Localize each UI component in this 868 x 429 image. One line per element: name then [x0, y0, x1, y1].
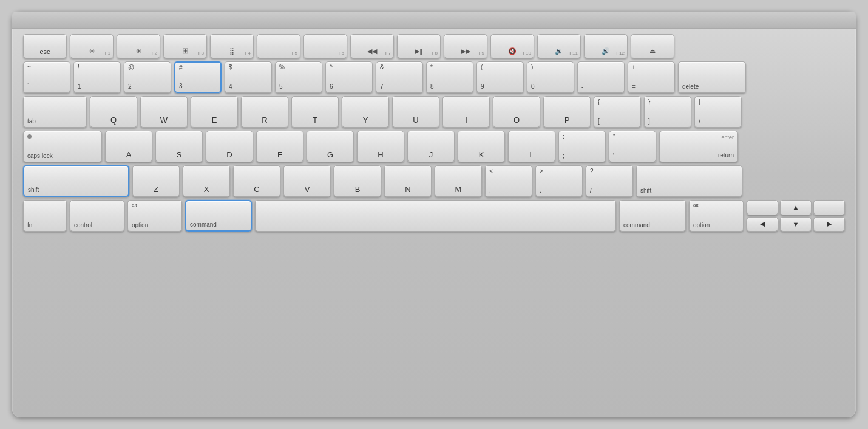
key-c[interactable]: C: [233, 165, 280, 197]
key-slash[interactable]: ? /: [586, 165, 633, 197]
key-quote[interactable]: " ': [609, 131, 656, 162]
key-f5[interactable]: F5: [257, 34, 300, 58]
key-f8[interactable]: ▶‖ F8: [397, 34, 441, 58]
key-m[interactable]: M: [435, 165, 482, 197]
key-h[interactable]: H: [357, 131, 404, 162]
key-f3[interactable]: ⊞ F3: [163, 34, 207, 58]
key-0[interactable]: ) 0: [527, 61, 574, 93]
key-n[interactable]: N: [384, 165, 432, 197]
key-i[interactable]: I: [442, 96, 490, 128]
key-b[interactable]: B: [334, 165, 381, 197]
key-t[interactable]: T: [291, 96, 339, 128]
key-f10[interactable]: 🔇 F10: [490, 34, 534, 58]
key-9[interactable]: ( 9: [476, 61, 524, 93]
key-a[interactable]: A: [105, 131, 152, 162]
arrow-keys: ▲ ◀ ▼ ▶: [747, 200, 845, 232]
key-e[interactable]: E: [191, 96, 238, 128]
key-f6[interactable]: F6: [303, 34, 347, 58]
key-u[interactable]: U: [392, 96, 439, 128]
arrow-top-row: ▲: [747, 200, 845, 215]
key-enter[interactable]: enter return: [659, 131, 738, 162]
key-3[interactable]: # 3: [174, 61, 222, 93]
keyboard-top-bar: [12, 12, 856, 29]
key-command-left[interactable]: command: [185, 200, 252, 232]
key-f9[interactable]: ▶▶ F9: [444, 34, 487, 58]
key-backtick[interactable]: ~ `: [23, 61, 70, 93]
key-shift-right[interactable]: shift: [636, 165, 742, 197]
key-g[interactable]: G: [307, 131, 354, 162]
key-tab[interactable]: tab: [23, 96, 87, 128]
key-bracket-close[interactable]: } ]: [644, 96, 691, 128]
key-period[interactable]: > .: [535, 165, 583, 197]
key-2[interactable]: @ 2: [124, 61, 171, 93]
key-f4[interactable]: ⣿ F4: [210, 34, 254, 58]
key-f2[interactable]: ✳ F2: [117, 34, 160, 58]
key-l[interactable]: L: [508, 131, 555, 162]
key-f1[interactable]: ✳ F1: [70, 34, 114, 58]
key-comma[interactable]: < ,: [485, 165, 532, 197]
key-control[interactable]: control: [70, 200, 124, 232]
key-f11[interactable]: 🔉 F11: [537, 34, 581, 58]
key-w[interactable]: W: [140, 96, 188, 128]
caps-row: caps lock A S D F G H J K L : ;: [23, 131, 845, 162]
key-option-left[interactable]: alt option: [127, 200, 182, 232]
key-f12[interactable]: 🔊 F12: [584, 34, 628, 58]
key-arrow-left-space: [747, 200, 778, 215]
key-q[interactable]: Q: [90, 96, 137, 128]
key-6[interactable]: ^ 6: [325, 61, 373, 93]
key-s[interactable]: S: [155, 131, 203, 162]
key-y[interactable]: Y: [342, 96, 389, 128]
key-eject[interactable]: ⏏: [631, 34, 674, 58]
key-d[interactable]: D: [206, 131, 253, 162]
key-x[interactable]: X: [183, 165, 230, 197]
key-7[interactable]: & 7: [376, 61, 423, 93]
tab-row: tab Q W E R T Y U I O P: [23, 96, 845, 128]
key-8[interactable]: * 8: [426, 61, 473, 93]
key-p[interactable]: P: [543, 96, 591, 128]
key-j[interactable]: J: [407, 131, 455, 162]
key-shift-left[interactable]: shift: [23, 165, 129, 197]
key-space[interactable]: [255, 200, 616, 232]
key-semicolon[interactable]: : ;: [558, 131, 606, 162]
key-delete[interactable]: delete: [678, 61, 746, 93]
key-backslash[interactable]: | \: [694, 96, 742, 128]
key-fn[interactable]: fn: [23, 200, 67, 232]
key-esc[interactable]: esc: [23, 34, 67, 58]
key-o[interactable]: O: [493, 96, 540, 128]
bottom-row: fn control alt option command command al…: [23, 200, 845, 232]
key-equals[interactable]: + =: [628, 61, 675, 93]
key-option-right[interactable]: alt option: [689, 200, 744, 232]
arrow-bottom-row: ◀ ▼ ▶: [747, 217, 845, 232]
key-arrow-down[interactable]: ▼: [780, 217, 812, 232]
key-command-right[interactable]: command: [619, 200, 686, 232]
key-1[interactable]: ! 1: [73, 61, 121, 93]
shift-row: shift Z X C V B N M < , > .: [23, 165, 845, 197]
key-arrow-left[interactable]: ◀: [747, 217, 778, 232]
key-f[interactable]: F: [256, 131, 303, 162]
key-minus[interactable]: _ -: [577, 61, 625, 93]
key-arrow-right-space: [813, 200, 845, 215]
key-z[interactable]: Z: [132, 165, 180, 197]
keyboard: esc ✳ F1 ✳ F2 ⊞ F3 ⣿ F4 F5 F6 ◀◀ F7 ▶‖: [12, 12, 856, 417]
key-r[interactable]: R: [241, 96, 288, 128]
key-4[interactable]: $ 4: [225, 61, 272, 93]
key-capslock[interactable]: caps lock: [23, 131, 102, 162]
key-5[interactable]: % 5: [275, 61, 322, 93]
number-row: ~ ` ! 1 @ 2 # 3 $ 4 % 5 ^ 6 & 7: [23, 61, 845, 93]
capslock-indicator: [27, 134, 32, 139]
key-v[interactable]: V: [283, 165, 331, 197]
key-k[interactable]: K: [458, 131, 505, 162]
key-arrow-up[interactable]: ▲: [780, 200, 812, 215]
key-arrow-right[interactable]: ▶: [813, 217, 845, 232]
key-f7[interactable]: ◀◀ F7: [350, 34, 394, 58]
key-bracket-open[interactable]: { [: [594, 96, 641, 128]
fn-row: esc ✳ F1 ✳ F2 ⊞ F3 ⣿ F4 F5 F6 ◀◀ F7 ▶‖: [23, 34, 845, 58]
